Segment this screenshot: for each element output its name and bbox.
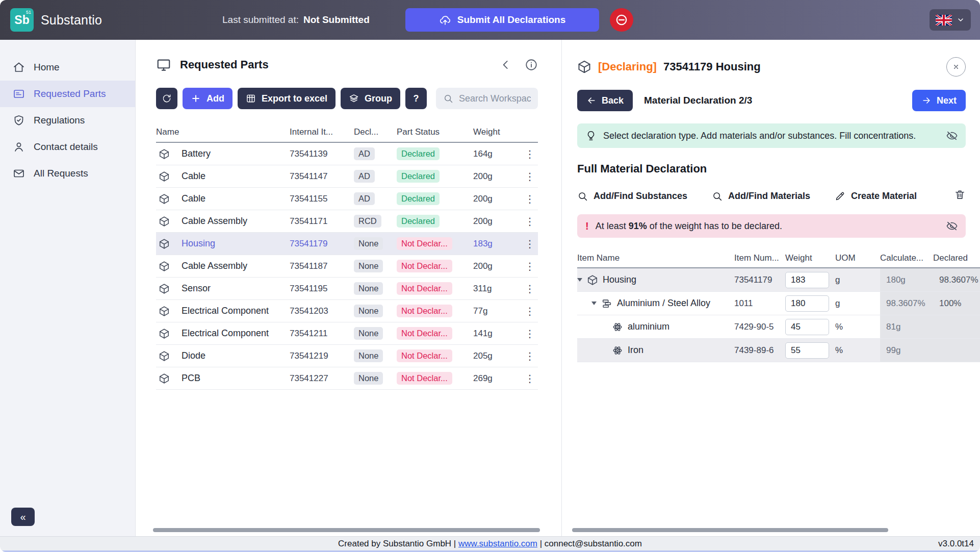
uom-value[interactable]: g: [835, 275, 880, 285]
add-part-button[interactable]: Add: [183, 88, 233, 109]
help-button[interactable]: ?: [405, 88, 427, 109]
row-menu-button[interactable]: ⋮: [522, 215, 537, 228]
part-name: PCB: [182, 373, 290, 384]
parts-table-row[interactable]: Electrical Component 73541203 None Not D…: [156, 300, 538, 322]
part-internal-number: 73541219: [290, 351, 354, 361]
parts-table-row-selected[interactable]: Housing 73541179 None Not Declar... 183g…: [156, 233, 538, 255]
parts-table-row[interactable]: Diode 73541219 None Not Declar... 205g ⋮: [156, 345, 538, 367]
parts-table-row[interactable]: Cable Assembly 73541171 RCD Declared 200…: [156, 210, 538, 233]
plus-icon: [191, 93, 201, 104]
declaration-tree-row-substance[interactable]: aluminium 7429-90-5 % 81g: [577, 315, 980, 339]
back-button[interactable]: Back: [577, 90, 633, 111]
next-button[interactable]: Next: [912, 90, 966, 111]
collapse-caret-icon[interactable]: [591, 302, 597, 305]
delete-button[interactable]: [954, 189, 966, 203]
column-calculated: Calculate...: [880, 253, 933, 263]
parts-panel-header: Requested Parts: [156, 57, 538, 72]
create-material-button[interactable]: Create Material: [835, 191, 917, 202]
detail-horizontal-scrollbar[interactable]: [572, 528, 888, 532]
eye-off-icon[interactable]: [946, 220, 958, 232]
row-menu-button[interactable]: ⋮: [522, 260, 537, 272]
eye-off-icon[interactable]: [946, 130, 958, 141]
part-internal-number: 73541195: [290, 284, 354, 294]
row-menu-button[interactable]: ⋮: [522, 305, 537, 317]
sidebar: Home Requested Parts Regulations Contact…: [0, 40, 136, 536]
item-number: 7429-90-5: [734, 322, 785, 332]
add-button-label: Add: [207, 93, 224, 104]
row-menu-button[interactable]: ⋮: [522, 372, 537, 385]
declaration-tree-row-material[interactable]: Aluminium / Steel Alloy 1011 g 98.3607% …: [577, 292, 980, 315]
row-menu-button[interactable]: ⋮: [522, 328, 537, 340]
weight-warning-banner: ! At least 91% of the weight has to be d…: [577, 214, 966, 238]
sidebar-item-contact-details[interactable]: Contact details: [0, 134, 135, 160]
uom-value[interactable]: g: [835, 298, 880, 309]
row-menu-button[interactable]: ⋮: [522, 148, 537, 160]
uom-value[interactable]: %: [835, 322, 880, 332]
declaration-detail-panel: [Declaring] 73541179 Housing Back Materi…: [561, 40, 980, 536]
parts-table-row[interactable]: Electrical Component 73541211 None Not D…: [156, 322, 538, 345]
part-name: Electrical Component: [182, 306, 290, 316]
weight-input[interactable]: [785, 295, 829, 312]
row-menu-button[interactable]: ⋮: [522, 238, 537, 250]
declaration-type-badge: RCD: [354, 215, 381, 228]
row-menu-button[interactable]: ⋮: [522, 193, 537, 205]
part-internal-number: 73541203: [290, 306, 354, 316]
website-link[interactable]: www.substantio.com: [458, 539, 537, 548]
parts-table-row[interactable]: Sensor 73541195 None Not Declar... 311g …: [156, 278, 538, 300]
declaration-type-badge: AD: [354, 147, 375, 160]
stop-submission-button[interactable]: [610, 8, 633, 32]
parts-table-row[interactable]: Cable Assembly 73541187 None Not Declar.…: [156, 255, 538, 278]
workspace-search[interactable]: [436, 88, 538, 109]
language-selector[interactable]: [930, 9, 971, 31]
declaration-type-badge: None: [354, 237, 383, 250]
parts-table-row[interactable]: Cable 73541155 AD Declared 200g ⋮: [156, 188, 538, 210]
part-name: Cable: [182, 171, 290, 182]
parts-horizontal-scrollbar[interactable]: [153, 528, 540, 532]
declaration-type-badge: None: [354, 260, 383, 272]
row-menu-button[interactable]: ⋮: [522, 350, 537, 362]
parts-table-row[interactable]: PCB 73541227 None Not Declar... 269g ⋮: [156, 367, 538, 390]
submit-all-declarations-button[interactable]: Submit All Declarations: [405, 8, 599, 32]
parts-table-row[interactable]: Cable 73541147 AD Declared 200g ⋮: [156, 165, 538, 188]
weight-input[interactable]: [785, 319, 829, 335]
info-icon[interactable]: [525, 58, 538, 71]
declaration-tree-row-part[interactable]: Housing 73541179 g 180g 98.3607%: [577, 268, 980, 292]
weight-input[interactable]: [785, 272, 829, 288]
part-weight: 164g: [473, 149, 522, 159]
collapse-caret-icon[interactable]: [577, 278, 582, 282]
group-button[interactable]: Group: [341, 88, 400, 109]
search-input[interactable]: [459, 93, 531, 104]
uom-value[interactable]: %: [835, 345, 880, 356]
declaration-tree-row-substance[interactable]: Iron 7439-89-6 % 99g: [577, 339, 980, 362]
atom-icon: [612, 321, 623, 333]
sidebar-item-all-requests[interactable]: All Requests: [0, 160, 135, 187]
sidebar-item-label: Home: [34, 62, 60, 73]
parts-table-row[interactable]: Battery 73541139 AD Declared 164g ⋮: [156, 143, 538, 165]
sidebar-item-home[interactable]: Home: [0, 54, 135, 81]
add-find-substances-button[interactable]: Add/Find Substances: [577, 191, 687, 202]
chevron-left-icon[interactable]: [499, 58, 512, 71]
top-bar: 51 Sb Substantio Last submitted at: Not …: [0, 0, 980, 40]
row-menu-button[interactable]: ⋮: [522, 283, 537, 295]
part-internal-number: 73541147: [290, 171, 354, 182]
sidebar-item-requested-parts[interactable]: Requested Parts: [0, 81, 135, 107]
part-status-badge: Not Declar...: [397, 260, 452, 272]
sidebar-item-label: Regulations: [34, 115, 85, 126]
cube-icon: [156, 350, 182, 362]
app-logo: 51 Sb: [10, 8, 34, 32]
row-menu-button[interactable]: ⋮: [522, 170, 537, 183]
search-icon: [443, 93, 453, 104]
refresh-button[interactable]: [156, 88, 177, 109]
add-find-materials-button[interactable]: Add/Find Materials: [712, 191, 810, 202]
sidebar-item-regulations[interactable]: Regulations: [0, 107, 135, 134]
sidebar-collapse-button[interactable]: «: [11, 508, 35, 526]
declared-percentage: 98.3607%: [933, 268, 980, 291]
back-button-label: Back: [602, 95, 624, 106]
part-name: Electrical Component: [182, 328, 290, 339]
weight-input[interactable]: [785, 342, 829, 359]
export-to-excel-button[interactable]: Export to excel: [238, 88, 336, 109]
declaration-type-badge: AD: [354, 170, 375, 183]
arrow-left-icon: [586, 95, 597, 106]
close-detail-button[interactable]: [946, 57, 966, 77]
card-list-icon: [13, 88, 25, 100]
